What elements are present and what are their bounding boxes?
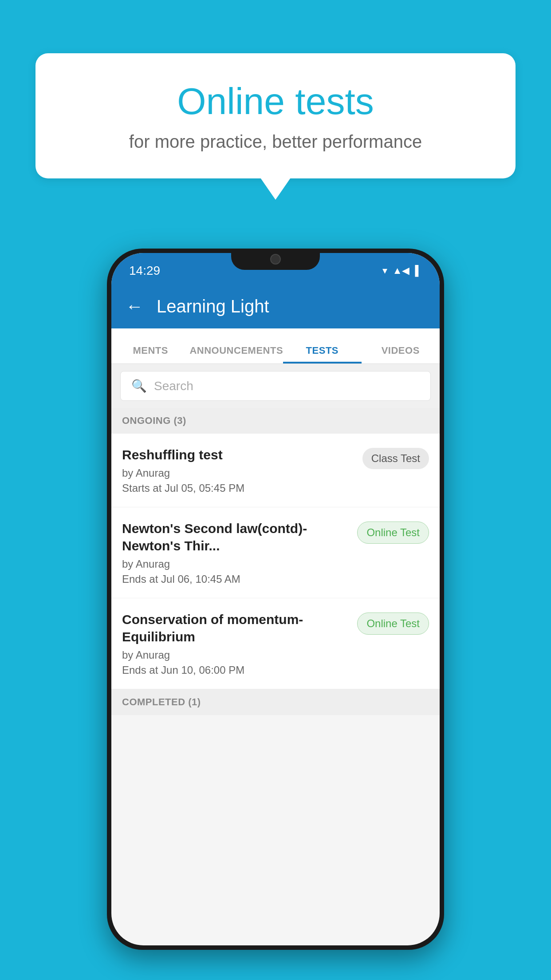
test-item[interactable]: Reshuffling test by Anurag Starts at Jul… [111, 434, 440, 507]
tabs-container: MENTS ANNOUNCEMENTS TESTS VIDEOS [111, 328, 440, 364]
test-time: Ends at Jun 10, 06:00 PM [122, 664, 348, 676]
test-time: Starts at Jul 05, 05:45 PM [122, 482, 354, 494]
test-badge-online-2: Online Test [357, 612, 429, 635]
signal-icon: ▲◀ [393, 265, 410, 277]
test-author: by Anurag [122, 649, 348, 661]
search-placeholder: Search [154, 379, 193, 393]
phone-outer: 14:29 ▾ ▲◀ ▌ ← Learning Light MENTS ANNO… [107, 249, 444, 950]
completed-section-header: COMPLETED (1) [111, 689, 440, 715]
status-icons: ▾ ▲◀ ▌ [382, 265, 422, 277]
test-name: Conservation of momentum-Equilibrium [122, 611, 348, 645]
test-info: Newton's Second law(contd)-Newton's Thir… [122, 520, 357, 585]
search-icon: 🔍 [131, 379, 147, 393]
tests-list: Reshuffling test by Anurag Starts at Jul… [111, 434, 440, 689]
test-name: Reshuffling test [122, 446, 354, 463]
test-item[interactable]: Newton's Second law(contd)-Newton's Thir… [111, 507, 440, 598]
wifi-icon: ▾ [382, 265, 387, 277]
tab-announcements[interactable]: ANNOUNCEMENTS [189, 345, 283, 364]
tab-tests[interactable]: TESTS [283, 345, 361, 364]
battery-icon: ▌ [415, 265, 422, 277]
phone-container: 14:29 ▾ ▲◀ ▌ ← Learning Light MENTS ANNO… [107, 249, 444, 950]
phone-camera [270, 254, 281, 265]
search-container: 🔍 Search [111, 364, 440, 408]
test-badge-online: Online Test [357, 522, 429, 544]
status-time: 14:29 [129, 264, 160, 278]
phone-screen: 14:29 ▾ ▲◀ ▌ ← Learning Light MENTS ANNO… [111, 253, 440, 945]
test-item[interactable]: Conservation of momentum-Equilibrium by … [111, 598, 440, 689]
test-author: by Anurag [122, 558, 348, 570]
test-badge-class: Class Test [362, 448, 429, 469]
ongoing-section-header: ONGOING (3) [111, 408, 440, 434]
app-bar: ← Learning Light [111, 284, 440, 328]
test-info: Reshuffling test by Anurag Starts at Jul… [122, 446, 362, 494]
test-info: Conservation of momentum-Equilibrium by … [122, 611, 357, 676]
bubble-subtitle: for more practice, better performance [71, 132, 480, 152]
speech-bubble: Online tests for more practice, better p… [35, 53, 516, 178]
tab-videos[interactable]: VIDEOS [362, 345, 440, 364]
test-author: by Anurag [122, 467, 354, 479]
speech-bubble-container: Online tests for more practice, better p… [35, 53, 516, 178]
back-button[interactable]: ← [126, 296, 143, 316]
test-time: Ends at Jul 06, 10:45 AM [122, 573, 348, 585]
tab-assignments[interactable]: MENTS [111, 345, 189, 364]
bubble-title: Online tests [71, 80, 480, 123]
test-name: Newton's Second law(contd)-Newton's Thir… [122, 520, 348, 554]
app-bar-title: Learning Light [157, 296, 269, 316]
phone-notch [231, 249, 320, 270]
search-bar[interactable]: 🔍 Search [120, 371, 431, 401]
